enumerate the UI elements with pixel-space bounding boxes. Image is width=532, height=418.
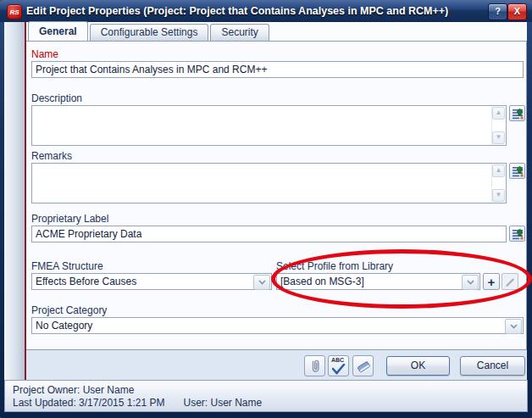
reliasoft-app-icon: RS	[7, 4, 22, 20]
clear-format-button[interactable]	[352, 355, 374, 376]
edit-project-properties-dialog: RS Edit Project Properties (Project: Pro…	[0, 0, 532, 418]
edit-profile-button[interactable]	[502, 273, 518, 290]
expand-editor-icon	[512, 108, 524, 120]
proprietary-label-label: Proprietary Label	[31, 213, 108, 225]
fmea-structure-value: Effects Before Causes	[36, 274, 136, 289]
project-category-value: No Category	[36, 318, 92, 333]
select-profile-combobox[interactable]: [Based on MSG-3]	[276, 273, 480, 290]
cancel-button[interactable]: Cancel	[460, 356, 525, 376]
chevron-down-icon[interactable]	[253, 275, 270, 290]
tab-general[interactable]: General	[28, 21, 88, 41]
project-owner-status: Project Owner: User Name	[13, 384, 134, 396]
close-button[interactable]: X	[507, 3, 527, 20]
brand-side-strip	[4, 22, 25, 380]
description-label: Description	[31, 92, 82, 104]
title-bar[interactable]: RS Edit Project Properties (Project: Pro…	[0, 0, 532, 22]
chevron-down-icon[interactable]	[505, 319, 522, 334]
description-expand-editor-button[interactable]	[509, 105, 525, 121]
scroll-up-icon[interactable]: ▲	[492, 107, 505, 120]
add-profile-button[interactable]: +	[483, 273, 500, 290]
select-profile-label: Select Profile from Library	[276, 260, 393, 272]
user-status: User: User Name	[183, 397, 262, 409]
last-updated-status: Last Updated: 3/17/2015 1:21 PM	[13, 397, 164, 409]
tab-configurable-settings[interactable]: Configurable Settings	[90, 24, 209, 41]
select-profile-value: [Based on MSG-3]	[280, 274, 364, 289]
tab-strip: General Configurable Settings Security	[26, 22, 527, 41]
ok-button[interactable]: OK	[386, 356, 450, 376]
scroll-down-icon[interactable]: ▼	[492, 189, 505, 202]
tab-security[interactable]: Security	[210, 24, 269, 41]
attach-file-button[interactable]	[304, 355, 325, 376]
pencil-icon	[505, 276, 515, 287]
dialog-title: Edit Project Properties (Project: Projec…	[26, 0, 448, 22]
scroll-up-icon[interactable]: ▲	[492, 164, 505, 177]
eraser-icon	[355, 359, 372, 374]
general-tab-page: Name Description ▲ ▼ Remarks ▲ ▼	[26, 41, 527, 350]
proprietary-label-input[interactable]	[31, 226, 507, 242]
name-input[interactable]	[31, 61, 524, 78]
project-category-combobox[interactable]: No Category	[31, 317, 524, 334]
expand-editor-icon	[512, 228, 524, 240]
footer-band	[26, 350, 527, 380]
remarks-label: Remarks	[31, 150, 72, 162]
remarks-textarea[interactable]: ▲ ▼	[31, 163, 507, 203]
project-category-label: Project Category	[31, 304, 107, 316]
reliasoft-brand-text: ReliaSoft	[0, 326, 3, 407]
help-button[interactable]: ?	[488, 3, 507, 20]
status-bar: Project Owner: User Name Last Updated: 3…	[4, 380, 528, 412]
scroll-down-icon[interactable]: ▼	[492, 131, 505, 144]
paperclip-icon	[308, 359, 322, 374]
name-label: Name	[31, 48, 58, 60]
remarks-expand-editor-button[interactable]	[509, 163, 525, 179]
spell-check-button[interactable]: ABC	[328, 355, 349, 376]
spell-check-icon: ABC	[330, 358, 346, 374]
description-textarea[interactable]: ▲ ▼	[31, 105, 507, 146]
remarks-scrollbar: ▲ ▼	[491, 164, 506, 203]
chevron-down-icon[interactable]	[462, 275, 479, 290]
description-scrollbar: ▲ ▼	[491, 106, 506, 145]
fmea-structure-combobox[interactable]: Effects Before Causes	[31, 273, 272, 290]
fmea-structure-label: FMEA Structure	[31, 260, 103, 272]
proprietary-expand-editor-button[interactable]	[509, 226, 525, 242]
expand-editor-icon	[512, 165, 524, 177]
